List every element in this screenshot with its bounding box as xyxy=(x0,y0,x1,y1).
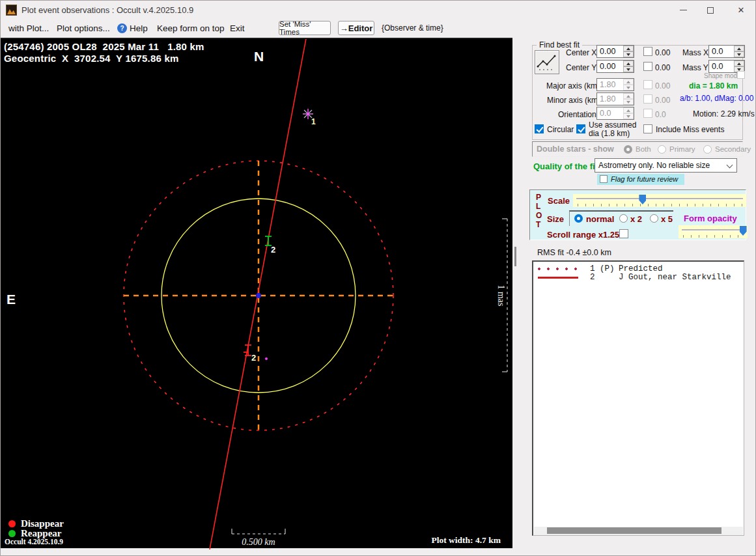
chevron-down-icon xyxy=(727,162,733,169)
form-opacity-slider-thumb[interactable] xyxy=(740,226,747,236)
list-item[interactable]: 2 J Gout, near Starkville xyxy=(533,273,744,281)
observer-time-label[interactable]: {Observer & time} xyxy=(382,22,443,35)
panel-splitter-handle[interactable] xyxy=(514,247,516,266)
quality-dropdown[interactable]: Astrometry only. No reliable size xyxy=(595,158,737,173)
double-stars-primary-label: Primary xyxy=(669,145,695,153)
center-y-label: Center Y xyxy=(566,63,596,72)
window-title: Plot event observations : Occult v.4.202… xyxy=(21,5,193,15)
major-axis-fix-checkbox xyxy=(643,80,652,89)
major-axis-aux-value: 0.00 xyxy=(655,81,670,90)
major-axis-label: Major axis (km) xyxy=(546,81,600,90)
solid-line-swatch-icon xyxy=(538,273,578,281)
minimize-icon xyxy=(680,10,687,10)
size-x2-radio[interactable] xyxy=(619,214,628,223)
panel-letter-t: T xyxy=(536,220,540,229)
orientation-label: Orientation xyxy=(558,110,596,119)
use-assumed-dia-checkbox[interactable] xyxy=(576,124,585,133)
mass-y-label: Mass Y xyxy=(682,63,708,72)
center-x-fix-checkbox[interactable] xyxy=(643,47,652,56)
menu-plot-options[interactable]: Plot options... xyxy=(57,22,110,35)
predicted-marker-label: 1 xyxy=(311,117,316,126)
center-y-aux-value: 0.00 xyxy=(655,63,670,72)
reappear-marker xyxy=(265,236,272,245)
geocenter-dot xyxy=(256,293,261,298)
mass-x-spinner[interactable]: 0.0 xyxy=(708,45,745,58)
circular-checkbox[interactable] xyxy=(535,124,544,133)
minor-axis-fix-checkbox xyxy=(643,94,652,104)
scale-slider[interactable] xyxy=(573,194,746,207)
minor-axis-spinner: 1.80 xyxy=(596,92,634,105)
center-y-fix-checkbox[interactable] xyxy=(643,62,652,71)
plot-header-line2: Geocentric X 3702.54 Y 1675.86 km xyxy=(4,53,179,64)
close-button[interactable]: ✕ xyxy=(727,1,755,20)
double-stars-both-radio[interactable] xyxy=(624,145,632,154)
plot-header-line1: (254746) 2005 OL28 2025 Mar 11 1.80 km xyxy=(4,41,204,52)
set-miss-times-button[interactable]: Set 'Miss' Times xyxy=(279,21,331,35)
spin-up-icon[interactable] xyxy=(623,61,634,66)
title-bar[interactable]: Plot event observations : Occult v.4.202… xyxy=(1,1,755,20)
form-opacity-slider[interactable] xyxy=(679,225,748,238)
size-x5-radio[interactable] xyxy=(650,214,658,223)
size-normal-label: normal xyxy=(586,214,614,224)
center-y-spinner[interactable]: 0.00 xyxy=(596,60,634,73)
menu-with-plot[interactable]: with Plot... xyxy=(8,22,49,35)
mass-x-label: Mass X xyxy=(682,48,708,57)
size-normal-radio[interactable] xyxy=(574,214,583,223)
spin-down-icon[interactable] xyxy=(623,66,634,72)
double-stars-secondary-radio[interactable] xyxy=(703,145,712,154)
menu-help[interactable]: Help xyxy=(130,22,148,35)
center-x-spinner[interactable]: 0.00 xyxy=(596,45,634,58)
scale-slider-thumb[interactable] xyxy=(639,195,646,204)
app-icon xyxy=(6,5,17,16)
menu-exit[interactable]: Exit xyxy=(230,22,245,35)
scrollbar-thumb[interactable] xyxy=(547,527,721,534)
dia-label: dia = 1.80 km xyxy=(689,81,738,90)
double-stars-group: Double stars - show Both Primary Seconda… xyxy=(532,141,743,157)
observations-list[interactable]: 1 (P) Predicted 2 J Gout, near Starkvill… xyxy=(532,260,744,536)
double-stars-label: Double stars - show xyxy=(537,145,614,154)
shape-model-checkbox[interactable] xyxy=(737,71,745,79)
spin-up-icon[interactable] xyxy=(734,46,744,51)
menu-keep-on-top[interactable]: Keep form on top xyxy=(157,22,225,35)
reappear-marker-label: 2 xyxy=(271,245,275,255)
mas-scale-label: 1 mas xyxy=(496,285,506,306)
flag-review-label: Flag for future review xyxy=(611,175,678,183)
disappear-marker-label: 2 xyxy=(251,353,256,363)
orientation-spinner: 0.0 xyxy=(596,107,634,120)
quality-value: Astrometry only. No reliable size xyxy=(598,161,710,170)
row-id: 2 xyxy=(590,273,619,282)
scroll-range-checkbox[interactable] xyxy=(619,229,628,238)
reappear-dot-icon xyxy=(8,530,16,537)
editor-button[interactable]: →Editor xyxy=(338,21,374,35)
minimize-button[interactable] xyxy=(669,1,697,20)
horizontal-scrollbar[interactable] xyxy=(534,527,743,535)
circular-label: Circular xyxy=(547,125,574,134)
secondary-star-dot xyxy=(265,357,268,360)
spin-up-icon[interactable] xyxy=(734,61,744,66)
orientation-fix-checkbox xyxy=(643,109,652,118)
size-radio-group: normal x 2 x 5 xyxy=(569,210,673,226)
panel-letter-o: O xyxy=(536,211,542,220)
plot-canvas[interactable]: 1 2 2 1 mas xyxy=(1,38,512,548)
row-name: Predicted xyxy=(619,264,663,273)
form-opacity-label: Form opacity xyxy=(684,214,737,223)
list-item[interactable]: 1 (P) Predicted xyxy=(533,264,744,273)
maximize-button[interactable] xyxy=(696,1,725,20)
size-x2-label: x 2 xyxy=(630,214,642,224)
spin-down-icon[interactable] xyxy=(623,51,634,57)
flag-review-checkbox[interactable] xyxy=(600,175,608,183)
center-x-label: Center X xyxy=(566,48,596,57)
help-icon: ? xyxy=(117,23,127,33)
include-miss-checkbox[interactable] xyxy=(643,124,652,133)
row-id: 1 (P) xyxy=(590,264,619,273)
panel-letter-p: P xyxy=(536,193,541,202)
find-best-fit-button[interactable] xyxy=(535,50,559,74)
spin-up-icon[interactable] xyxy=(623,46,634,51)
dotted-line-swatch-icon xyxy=(538,265,578,273)
plot-graphics: 1 2 2 1 mas xyxy=(1,39,512,549)
use-assumed-line2: dia (1.8 km) xyxy=(589,129,630,138)
scale-label: Scale xyxy=(548,196,570,206)
spin-down-icon[interactable] xyxy=(734,51,744,57)
double-stars-primary-radio[interactable] xyxy=(658,145,666,154)
km-scale-bracket xyxy=(232,529,285,534)
